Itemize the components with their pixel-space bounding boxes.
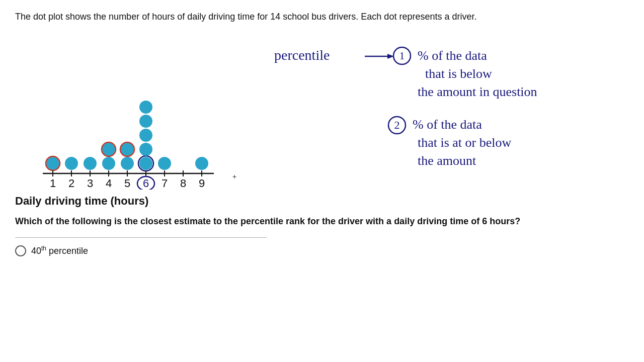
dot [139, 115, 152, 128]
dot [84, 157, 97, 170]
divider [15, 237, 267, 238]
dot [158, 157, 171, 170]
notes-def1-line1: % of the data [418, 48, 487, 63]
answer-number: 40 [31, 246, 41, 256]
dot [65, 157, 78, 170]
main-content: The dot plot shows the number of hours o… [0, 0, 644, 266]
notes-svg: percentile 1 % of the data that is below… [252, 34, 629, 190]
answer-label-1: 40th percentile [31, 245, 88, 256]
notes-def2-line2: that is at or below [418, 135, 512, 150]
notes-def2-line3: the amount [418, 153, 476, 168]
notes-def1-line2: that is below [425, 66, 492, 81]
axis-label-4: 4 [106, 177, 112, 190]
axis-label-2: 2 [68, 177, 74, 190]
axis-label-6: 6 [143, 177, 149, 190]
question-text: Which of the following is the closest es… [15, 215, 543, 228]
notes-area: percentile 1 % of the data that is below… [252, 34, 629, 190]
dot [121, 157, 134, 170]
section-title: Daily driving time (hours) [15, 195, 629, 208]
dot [102, 157, 115, 170]
axis-label-8: 8 [180, 177, 186, 190]
intro-text: The dot plot shows the number of hours o… [15, 10, 498, 24]
axis-label-5: 5 [124, 177, 130, 190]
notes-percentile-label: percentile [274, 47, 330, 63]
dot [139, 129, 152, 142]
cursor: + [232, 172, 236, 180]
dot [139, 157, 152, 170]
dot [195, 157, 208, 170]
axis-label-7: 7 [162, 177, 168, 190]
axis-label-3: 3 [87, 177, 93, 190]
radio-button-1[interactable] [15, 245, 26, 256]
dot [139, 101, 152, 114]
notes-def1-line3: the amount in question [418, 84, 537, 99]
middle-section: 1 2 3 4 5 6 7 8 9 percentile [15, 34, 629, 190]
answer-suffix: percentile [49, 246, 88, 256]
dot-plot-area: 1 2 3 4 5 6 7 8 9 [15, 34, 226, 190]
def1-num: 1 [399, 49, 405, 62]
answer-row: 40th percentile [15, 245, 629, 256]
axis-label-1: 1 [50, 177, 56, 190]
axis-label-9: 9 [199, 177, 205, 190]
notes-def2-line1: % of the data [413, 117, 482, 132]
def2-num: 2 [394, 119, 400, 131]
dot-plot-svg: 1 2 3 4 5 6 7 8 9 [15, 34, 226, 190]
answer-sup: th [41, 245, 46, 252]
dot [139, 143, 152, 156]
